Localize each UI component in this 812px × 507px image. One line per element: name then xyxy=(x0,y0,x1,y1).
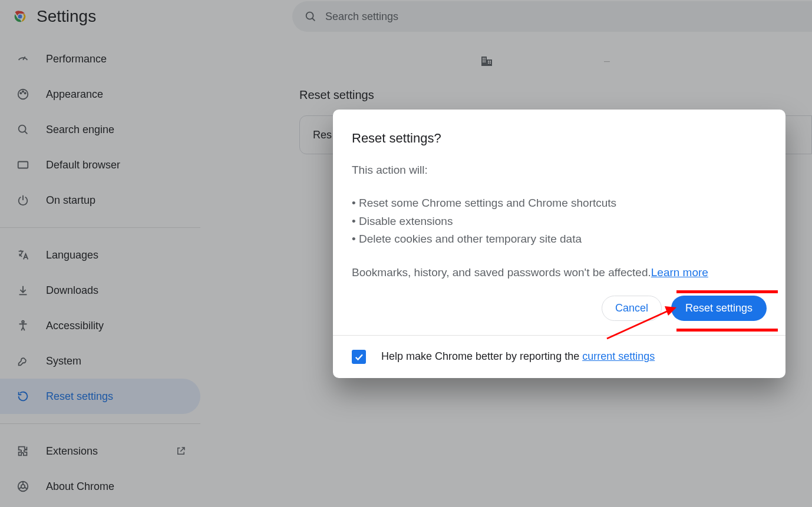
learn-more-link[interactable]: Learn more xyxy=(651,266,708,279)
annotation-highlight-top xyxy=(676,290,778,293)
footer-text: Help make Chrome better by reporting the… xyxy=(381,350,655,363)
annotation-highlight-bottom xyxy=(676,329,778,332)
reset-settings-dialog: Reset settings? This action will: Reset … xyxy=(333,110,785,378)
dialog-bullet: Reset some Chrome settings and Chrome sh… xyxy=(352,194,767,212)
dialog-title: Reset settings? xyxy=(352,131,767,146)
current-settings-link[interactable]: current settings xyxy=(582,350,655,362)
dialog-bullet: Delete cookies and other temporary site … xyxy=(352,230,767,248)
reset-settings-button[interactable]: Reset settings xyxy=(671,296,767,321)
dialog-note-line: Bookmarks, history, and saved passwords … xyxy=(352,264,767,281)
report-settings-checkbox[interactable] xyxy=(352,350,366,364)
dialog-intro: This action will: xyxy=(352,161,767,179)
dialog-bullets: Reset some Chrome settings and Chrome sh… xyxy=(352,194,767,248)
cancel-button[interactable]: Cancel xyxy=(602,296,662,321)
dialog-bullet: Disable extensions xyxy=(352,213,767,230)
dialog-note: Bookmarks, history, and saved passwords … xyxy=(352,266,651,279)
